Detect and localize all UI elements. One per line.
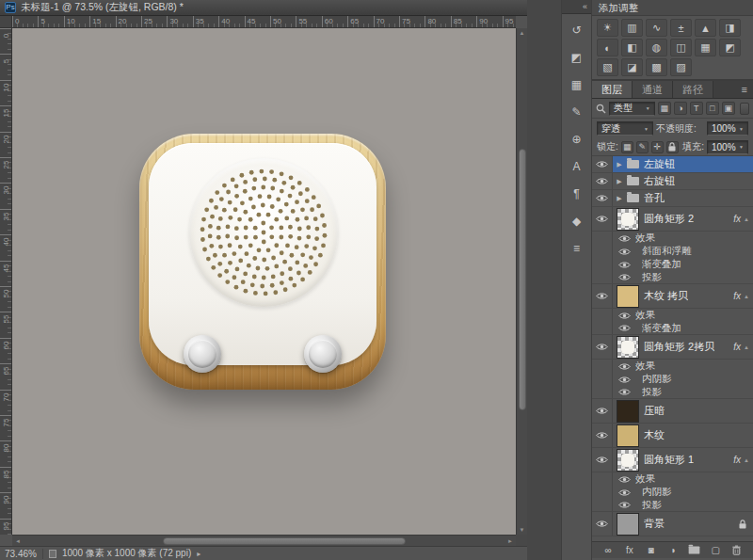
visibility-toggle[interactable] [618, 376, 631, 384]
vertical-scroll-thumb[interactable] [519, 149, 526, 410]
layer-thumbnail[interactable] [617, 449, 639, 472]
channel-mixer-icon[interactable]: ◫ [670, 39, 692, 56]
scroll-right-icon[interactable]: ► [507, 538, 513, 544]
paragraph-panel-icon[interactable]: ¶ [567, 184, 587, 203]
photo-filter-icon[interactable]: ◍ [646, 39, 667, 56]
fx-badge[interactable]: fx [733, 291, 741, 301]
clone-source-panel-icon[interactable]: ⊕ [567, 130, 587, 149]
layer-thumbnail[interactable] [617, 336, 639, 359]
effects-header-row[interactable]: 效果 [592, 309, 753, 322]
layer-group-row[interactable]: ▶左旋钮 [592, 156, 753, 173]
layer-thumbnail[interactable] [617, 513, 639, 536]
levels-icon[interactable]: ▥ [621, 19, 643, 37]
layer-thumbnail[interactable] [617, 208, 639, 231]
visibility-toggle[interactable] [618, 488, 631, 497]
effects-header-row[interactable]: 效果 [592, 360, 753, 373]
disclosure-triangle-icon[interactable]: ▶ [615, 178, 624, 185]
brightness-contrast-icon[interactable]: ☀ [597, 19, 618, 37]
lock-pixels-icon[interactable]: ✎ [636, 141, 649, 153]
background-layer-row[interactable]: 背景 [592, 512, 753, 536]
zoom-level-field[interactable]: 73.46% [5, 549, 43, 559]
panel-menu-icon[interactable]: ≡ [736, 81, 753, 98]
filter-type-dropdown[interactable]: 类型 ▼ [609, 102, 655, 116]
layer-thumbnail[interactable] [617, 400, 639, 423]
tab-channels[interactable]: 通道 [633, 81, 673, 98]
filter-pixel-layers-icon[interactable]: ▦ [658, 102, 671, 115]
ruler-vertical[interactable]: 05101520253035404550556065707580859095 [0, 28, 12, 535]
visibility-toggle[interactable] [618, 475, 631, 484]
exposure-icon[interactable]: ± [670, 19, 692, 37]
visibility-toggle[interactable] [618, 261, 631, 269]
layer-row[interactable]: 压暗 [592, 399, 753, 424]
layer-group-row[interactable]: ▶右旋钮 [592, 173, 753, 190]
fill-dropdown[interactable]: 100% ▼ [707, 140, 748, 154]
effect-row[interactable]: 投影 [592, 271, 753, 284]
scroll-down-icon[interactable]: ▼ [517, 527, 527, 533]
horizontal-scroll-thumb[interactable] [163, 537, 406, 545]
visibility-toggle[interactable] [592, 207, 613, 231]
filter-type-layers-icon[interactable]: T [690, 102, 703, 115]
curves-icon[interactable]: ∿ [646, 19, 667, 37]
visibility-toggle[interactable] [618, 388, 631, 396]
vertical-scrollbar[interactable]: ▲ ▼ [516, 28, 527, 535]
add-layer-style-icon[interactable]: fx [623, 544, 636, 557]
layer-row[interactable]: 木纹 拷贝fx▲ [592, 284, 753, 309]
posterize-icon[interactable]: ▧ [597, 58, 618, 76]
visibility-toggle[interactable] [592, 399, 613, 423]
visibility-toggle[interactable] [592, 284, 613, 308]
color-lookup-icon[interactable]: ▦ [695, 39, 716, 56]
link-layers-icon[interactable]: ∞ [601, 544, 615, 557]
layer-thumbnail[interactable] [617, 424, 639, 447]
gradient-map-icon[interactable]: ▩ [646, 58, 667, 76]
effect-row[interactable]: 投影 [592, 386, 753, 399]
filter-adjustment-layers-icon[interactable]: ◑ [674, 102, 687, 115]
properties-panel-icon[interactable]: ≡ [567, 239, 587, 258]
layer-row[interactable]: 圆角矩形 1fx▲ [592, 448, 753, 472]
lock-all-icon[interactable] [666, 141, 679, 153]
ruler-origin-corner[interactable] [0, 16, 12, 28]
layer-row[interactable]: 圆角矩形 2拷贝fx▲ [592, 335, 753, 360]
visibility-toggle[interactable] [592, 156, 613, 172]
filter-shape-layers-icon[interactable]: □ [706, 102, 719, 115]
visibility-toggle[interactable] [618, 273, 631, 281]
status-options-arrow[interactable]: ▸ [197, 550, 200, 558]
visibility-toggle[interactable] [618, 234, 631, 243]
visibility-toggle[interactable] [592, 424, 613, 447]
fx-collapse-icon[interactable]: ▲ [744, 216, 749, 222]
fx-collapse-icon[interactable]: ▲ [744, 344, 749, 350]
visibility-toggle[interactable] [618, 312, 631, 320]
threshold-icon[interactable]: ◪ [621, 58, 643, 76]
history-panel-icon[interactable]: ↺ [567, 21, 587, 40]
disclosure-triangle-icon[interactable]: ▶ [615, 161, 624, 168]
fx-collapse-icon[interactable]: ▲ [744, 294, 749, 299]
opacity-dropdown[interactable]: 100% ▼ [707, 121, 748, 136]
black-white-icon[interactable]: ◧ [621, 39, 643, 56]
visibility-toggle[interactable] [592, 190, 613, 206]
scroll-up-icon[interactable]: ▲ [517, 30, 527, 36]
effect-row[interactable]: 内阴影 [592, 486, 753, 499]
effect-row[interactable]: 渐变叠加 [592, 258, 753, 271]
visibility-toggle[interactable] [592, 173, 613, 189]
add-layer-mask-icon[interactable]: ◙ [645, 544, 658, 557]
layer-row[interactable]: 木纹 [592, 424, 753, 448]
effect-row[interactable]: 渐变叠加 [592, 322, 753, 335]
new-group-icon[interactable] [687, 544, 700, 557]
filter-smart-objects-icon[interactable]: ▣ [722, 102, 735, 115]
fx-badge[interactable]: fx [733, 214, 741, 224]
visibility-toggle[interactable] [592, 512, 613, 536]
vibrance-icon[interactable]: ▲ [695, 19, 716, 37]
brush-panel-icon[interactable]: ✎ [567, 103, 587, 121]
fx-collapse-icon[interactable]: ▲ [744, 457, 749, 463]
delete-layer-icon[interactable] [730, 544, 744, 557]
expand-panels-button[interactable]: « [562, 0, 591, 14]
effect-row[interactable]: 内阴影 [592, 373, 753, 386]
disclosure-triangle-icon[interactable]: ▶ [615, 195, 624, 202]
new-layer-icon[interactable]: ▢ [709, 544, 722, 557]
lock-transparency-icon[interactable]: ▦ [621, 141, 633, 153]
invert-icon[interactable]: ◩ [719, 39, 741, 56]
swatches-panel-icon[interactable]: ▦ [567, 75, 587, 94]
blend-mode-dropdown[interactable]: 穿透 ▼ [597, 121, 653, 136]
canvas-area[interactable] [12, 28, 516, 535]
effects-header-row[interactable]: 效果 [592, 232, 753, 245]
visibility-toggle[interactable] [618, 362, 631, 371]
